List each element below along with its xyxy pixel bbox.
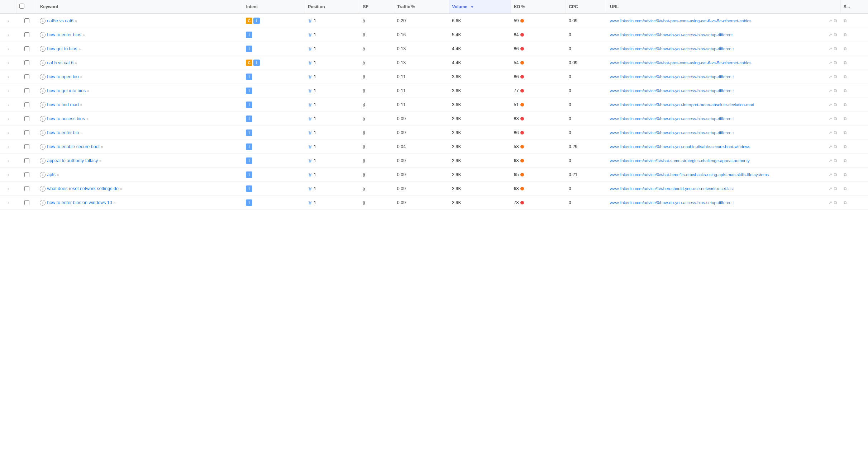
sf-value[interactable]: 6 — [363, 144, 365, 149]
row-checkbox[interactable] — [24, 144, 29, 149]
row-checkbox[interactable] — [24, 130, 29, 135]
s-action-icon[interactable]: ⧉ — [843, 32, 847, 38]
s-action-icon[interactable]: ⧉ — [843, 144, 847, 150]
row-checkbox[interactable] — [24, 32, 29, 37]
col-header-sf[interactable]: SF — [360, 0, 394, 14]
col-header-position[interactable]: Position — [305, 0, 360, 14]
external-link-icon[interactable]: ↗ — [828, 130, 833, 136]
add-keyword-button[interactable]: + — [40, 200, 46, 206]
add-keyword-button[interactable]: + — [40, 88, 46, 94]
s-action-icon[interactable]: ⧉ — [843, 102, 847, 108]
url-link[interactable]: www.linkedin.com/advice/1/what-some-stra… — [610, 158, 827, 164]
url-link[interactable]: www.linkedin.com/advice/0/how-do-you-acc… — [610, 88, 827, 94]
copy-url-icon[interactable]: ⧉ — [834, 46, 838, 52]
url-link[interactable]: www.linkedin.com/advice/0/how-do-you-acc… — [610, 130, 827, 136]
col-header-kd[interactable]: KD % — [511, 0, 566, 14]
row-checkbox[interactable] — [24, 186, 29, 191]
sf-value[interactable]: 5 — [363, 18, 365, 23]
keyword-link[interactable]: how to access bios — [47, 116, 85, 121]
url-link[interactable]: www.linkedin.com/advice/0/how-do-you-ena… — [610, 144, 827, 150]
url-link[interactable]: www.linkedin.com/advice/0/how-do-you-acc… — [610, 32, 827, 38]
row-checkbox[interactable] — [24, 158, 29, 163]
row-expand-button[interactable]: › — [3, 47, 14, 51]
add-keyword-button[interactable]: + — [40, 158, 46, 164]
s-action-icon[interactable]: ⧉ — [843, 116, 847, 122]
sf-value[interactable]: 5 — [363, 60, 365, 65]
add-keyword-button[interactable]: + — [40, 116, 46, 122]
row-expand-button[interactable]: › — [3, 89, 14, 93]
sf-value[interactable]: 5 — [363, 46, 365, 51]
external-link-icon[interactable]: ↗ — [828, 88, 833, 94]
keyword-link[interactable]: how get to bios — [47, 46, 77, 51]
keyword-link[interactable]: how to find mad — [47, 102, 78, 107]
row-checkbox[interactable] — [24, 88, 29, 93]
url-link[interactable]: www.linkedin.com/advice/1/when-should-yo… — [610, 186, 827, 192]
add-keyword-button[interactable]: + — [40, 144, 46, 150]
row-expand-button[interactable]: › — [3, 131, 14, 135]
add-keyword-button[interactable]: + — [40, 32, 46, 38]
keyword-link[interactable]: how to enter bio — [47, 130, 79, 135]
row-expand-button[interactable]: › — [3, 19, 14, 23]
sf-value[interactable]: 6 — [363, 172, 365, 177]
copy-url-icon[interactable]: ⧉ — [834, 102, 838, 108]
s-action-icon[interactable]: ⧉ — [843, 172, 847, 178]
col-header-cpc[interactable]: CPC — [566, 0, 607, 14]
sf-value[interactable]: 5 — [363, 186, 365, 191]
keyword-link[interactable]: how to enter bios — [47, 32, 81, 37]
row-expand-button[interactable]: › — [3, 61, 14, 65]
add-keyword-button[interactable]: + — [40, 102, 46, 108]
keyword-link[interactable]: apfs — [47, 172, 56, 177]
col-header-traffic[interactable]: Traffic % — [394, 0, 449, 14]
row-expand-button[interactable]: › — [3, 117, 14, 121]
s-action-icon[interactable]: ⧉ — [843, 200, 847, 206]
external-link-icon[interactable]: ↗ — [828, 18, 833, 24]
add-keyword-button[interactable]: + — [40, 130, 46, 136]
s-action-icon[interactable]: ⧉ — [843, 130, 847, 136]
s-action-icon[interactable]: ⧉ — [843, 186, 847, 192]
keyword-link[interactable]: appeal to authority fallacy — [47, 158, 98, 163]
copy-url-icon[interactable]: ⧉ — [834, 200, 838, 206]
external-link-icon[interactable]: ↗ — [828, 200, 833, 206]
url-link[interactable]: www.linkedin.com/advice/3/how-do-you-int… — [610, 102, 827, 108]
s-action-icon[interactable]: ⧉ — [843, 46, 847, 52]
row-expand-button[interactable]: › — [3, 173, 14, 177]
s-action-icon[interactable]: ⧉ — [843, 60, 847, 66]
add-keyword-button[interactable]: + — [40, 60, 46, 66]
copy-url-icon[interactable]: ⧉ — [834, 130, 838, 136]
col-header-intent[interactable]: Intent — [243, 0, 305, 14]
keyword-link[interactable]: cat5e vs cat6 — [47, 18, 73, 23]
external-link-icon[interactable]: ↗ — [828, 186, 833, 192]
copy-url-icon[interactable]: ⧉ — [834, 144, 838, 150]
external-link-icon[interactable]: ↗ — [828, 46, 833, 52]
row-checkbox[interactable] — [24, 172, 29, 177]
copy-url-icon[interactable]: ⧉ — [834, 74, 838, 80]
col-header-url[interactable]: URL — [607, 0, 840, 14]
copy-url-icon[interactable]: ⧉ — [834, 158, 838, 164]
copy-url-icon[interactable]: ⧉ — [834, 116, 838, 122]
row-expand-button[interactable]: › — [3, 33, 14, 37]
s-action-icon[interactable]: ⧉ — [843, 18, 847, 24]
row-checkbox[interactable] — [24, 200, 29, 205]
sf-value[interactable]: 4 — [363, 102, 365, 107]
external-link-icon[interactable]: ↗ — [828, 102, 833, 108]
select-all-checkbox[interactable] — [19, 4, 24, 9]
external-link-icon[interactable]: ↗ — [828, 172, 833, 178]
add-keyword-button[interactable]: + — [40, 172, 46, 178]
url-link[interactable]: www.linkedin.com/advice/0/how-do-you-acc… — [610, 74, 827, 80]
external-link-icon[interactable]: ↗ — [828, 158, 833, 164]
add-keyword-button[interactable]: + — [40, 186, 46, 192]
row-checkbox[interactable] — [24, 116, 29, 121]
copy-url-icon[interactable]: ⧉ — [834, 172, 838, 178]
row-checkbox[interactable] — [24, 74, 29, 79]
external-link-icon[interactable]: ↗ — [828, 60, 833, 66]
keyword-link[interactable]: how to open bio — [47, 74, 78, 79]
row-expand-button[interactable]: › — [3, 75, 14, 79]
url-link[interactable]: www.linkedin.com/advice/0/what-pros-cons… — [610, 18, 827, 24]
row-checkbox[interactable] — [24, 102, 29, 107]
add-keyword-button[interactable]: + — [40, 74, 46, 80]
keyword-link[interactable]: how to enter bios on windows 10 — [47, 200, 112, 205]
external-link-icon[interactable]: ↗ — [828, 74, 833, 80]
copy-url-icon[interactable]: ⧉ — [834, 60, 838, 66]
col-header-keyword[interactable]: Keyword — [37, 0, 243, 14]
keyword-link[interactable]: how to enable secure boot — [47, 144, 100, 149]
